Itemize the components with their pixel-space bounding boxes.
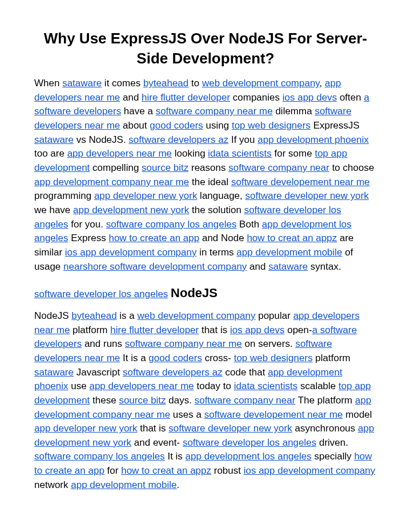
text: reasons bbox=[188, 162, 228, 173]
text: asynchronous bbox=[292, 423, 358, 434]
link-nearshore-software-development-company[interactable]: nearshore software development company bbox=[63, 261, 247, 272]
text: for you. bbox=[68, 219, 106, 230]
text: uses a bbox=[170, 409, 204, 420]
link-software-developer-new-york[interactable]: software developer new york bbox=[168, 423, 292, 434]
text: have a bbox=[121, 106, 156, 117]
link-ios-app-devs[interactable]: ios app devs bbox=[283, 92, 337, 103]
text: often bbox=[337, 92, 364, 103]
link-software-company-los-angeles[interactable]: software company los angeles bbox=[106, 219, 237, 230]
text: If you bbox=[228, 134, 257, 145]
text: days. bbox=[166, 395, 195, 406]
text: in terms bbox=[196, 247, 236, 258]
paragraph-2: NodeJS byteahead is a web development co… bbox=[34, 309, 377, 492]
text: Both bbox=[236, 219, 261, 230]
link-software-developers-az[interactable]: software developers az bbox=[128, 134, 228, 145]
link-sataware[interactable]: sataware bbox=[34, 367, 74, 378]
link-sataware[interactable]: sataware bbox=[62, 78, 102, 89]
link-software-developement-near-me[interactable]: software developement near me bbox=[231, 177, 370, 187]
link-good-coders[interactable]: good coders bbox=[148, 353, 202, 363]
link-sataware[interactable]: sataware bbox=[268, 261, 308, 272]
link-idata-scientists[interactable]: idata scientists bbox=[208, 148, 272, 159]
link-byteahead[interactable]: byteahead bbox=[143, 78, 188, 89]
link-hire-flutter-developer[interactable]: hire flutter developer bbox=[142, 92, 230, 103]
text: for bbox=[104, 465, 121, 476]
text: use bbox=[68, 381, 90, 391]
text: to bbox=[188, 78, 202, 89]
link-software-company-near[interactable]: software company near bbox=[228, 162, 329, 173]
link-ios-app-devs[interactable]: ios app devs bbox=[230, 325, 284, 335]
text: it comes bbox=[102, 78, 143, 89]
paragraph-1: When sataware it comes byteahead to web … bbox=[34, 77, 377, 274]
text: the ideal bbox=[189, 177, 231, 187]
text: syntax. bbox=[308, 261, 341, 272]
link-app-development-mobile[interactable]: app development mobile bbox=[236, 247, 342, 258]
link-software-developement-near-me[interactable]: software developement near me bbox=[204, 409, 343, 420]
subheading-title: NodeJS bbox=[171, 286, 217, 300]
link-app-developer-new-york[interactable]: app developer new york bbox=[34, 423, 138, 434]
text: It is bbox=[165, 451, 186, 462]
link-app-development-new-york[interactable]: app development new york bbox=[73, 205, 189, 215]
link-source-bitz[interactable]: source bitz bbox=[119, 395, 166, 406]
link-app-development-phoenix[interactable]: app development phoenix bbox=[257, 134, 369, 145]
text: that is bbox=[199, 325, 230, 335]
text: and bbox=[120, 92, 142, 103]
text: these bbox=[90, 395, 119, 406]
link-app-development-los-angeles[interactable]: app development los angeles bbox=[186, 451, 312, 462]
text: network bbox=[34, 479, 71, 490]
link-app-developers-near-me[interactable]: app developers near me bbox=[89, 381, 194, 391]
text: robust bbox=[211, 465, 244, 476]
text: programming bbox=[34, 190, 94, 201]
text: scalable bbox=[297, 381, 339, 391]
text: platform bbox=[313, 353, 350, 363]
text: NodeJS bbox=[34, 310, 71, 321]
text: driven. bbox=[316, 437, 348, 448]
link-ios-app-development-company[interactable]: ios app development company bbox=[244, 465, 376, 476]
text: language, bbox=[197, 190, 245, 201]
link-app-development-company-near-me[interactable]: app development company near me bbox=[34, 177, 189, 187]
text: When bbox=[34, 78, 62, 89]
text: It is a bbox=[120, 353, 148, 363]
text: for some bbox=[272, 148, 315, 159]
link-top-web-designers[interactable]: top web designers bbox=[234, 353, 313, 363]
text: we have bbox=[34, 205, 73, 215]
text: companies bbox=[230, 92, 283, 103]
text: today to bbox=[194, 381, 234, 391]
link-byteahead[interactable]: byteahead bbox=[71, 310, 116, 321]
link-how-to-creat-an-appz[interactable]: how to creat an appz bbox=[121, 465, 211, 476]
link-good-coders[interactable]: good coders bbox=[150, 120, 203, 131]
link-software-developer-los-angeles[interactable]: software developer los angeles bbox=[183, 437, 316, 448]
text: and event- bbox=[131, 437, 183, 448]
text: compelling bbox=[90, 162, 142, 173]
link-software-company-near-me[interactable]: software company near me bbox=[156, 106, 273, 117]
link-software-company-near-me[interactable]: software company near me bbox=[125, 338, 242, 349]
link-idata-scientists[interactable]: idata scientists bbox=[234, 381, 298, 391]
text: is a bbox=[117, 310, 138, 321]
link-top-web-designers[interactable]: top web designers bbox=[232, 120, 311, 131]
link-how-to-create-an-app[interactable]: how to create an app bbox=[108, 233, 199, 243]
subheading-nodejs: software developer los angeles NodeJS bbox=[34, 284, 377, 302]
link-how-to-creat-an-appz[interactable]: how to creat an appz bbox=[247, 233, 337, 243]
link-source-bitz[interactable]: source bitz bbox=[142, 162, 188, 173]
text: Express bbox=[68, 233, 109, 243]
link-software-developer-new-york[interactable]: software developer new york bbox=[245, 190, 369, 201]
link-web-development-company[interactable]: web development company bbox=[138, 310, 256, 321]
text: and Node bbox=[199, 233, 247, 243]
text: about bbox=[120, 120, 150, 131]
link-app-developer-new-york[interactable]: app developer new york bbox=[94, 190, 198, 201]
text: dilemma bbox=[273, 106, 315, 117]
link-web-development-company[interactable]: web development company bbox=[202, 78, 320, 89]
link-app-development-mobile[interactable]: app development mobile bbox=[71, 479, 176, 490]
link-software-developer-los-angeles[interactable]: software developer los angeles bbox=[34, 289, 168, 299]
link-app-developers-near-me[interactable]: app developers near me bbox=[67, 148, 172, 159]
text: that is bbox=[138, 423, 169, 434]
link-sataware[interactable]: sataware bbox=[34, 134, 74, 145]
text: and bbox=[247, 261, 268, 272]
text: specially bbox=[312, 451, 354, 462]
link-hire-flutter-developer[interactable]: hire flutter developer bbox=[110, 325, 199, 335]
link-software-company-los-angeles[interactable]: software company los angeles bbox=[34, 451, 165, 462]
text: popular bbox=[255, 310, 293, 321]
link-software-company-near[interactable]: software company near bbox=[195, 395, 296, 406]
text: looking bbox=[172, 148, 208, 159]
link-ios-app-development-company[interactable]: ios app development company bbox=[65, 247, 197, 258]
link-software-developers-az[interactable]: software developers az bbox=[123, 367, 223, 378]
